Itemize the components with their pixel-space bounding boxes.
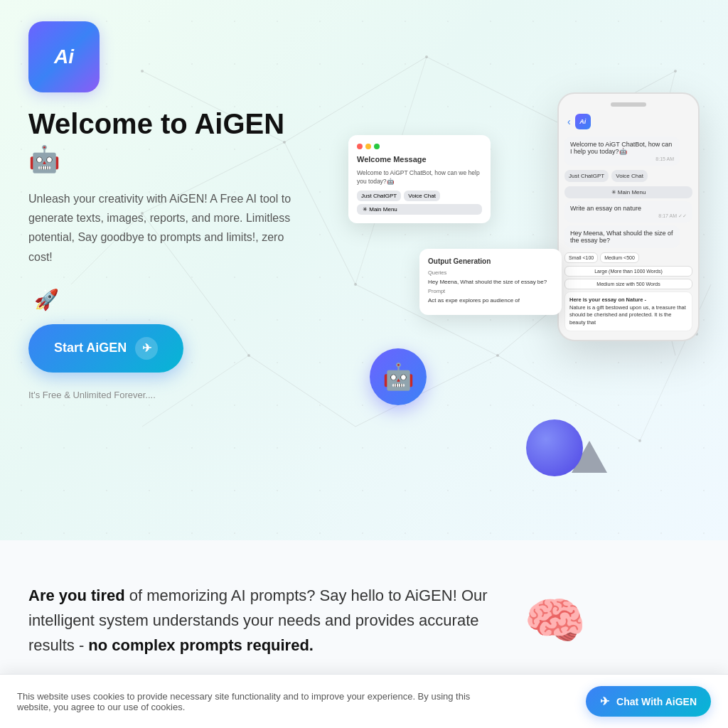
- phone-response: Here is your essay on Nature - Nature is…: [564, 291, 692, 331]
- phone-user-msg1: Write an essay on nature 8:17 AM ✓✓: [564, 201, 692, 223]
- output-card-title: Output Generation: [428, 257, 553, 265]
- start-button[interactable]: Start AiGEN ✈: [28, 324, 183, 373]
- section2-bold2: no complex prompts required.: [88, 636, 314, 654]
- phone-bot-msg1: Welcome to AiGT ChatBot, how can I help …: [564, 136, 680, 166]
- phone-mockup: ‹ Ai Welcome to AiGT ChatBot, how can I …: [557, 92, 700, 341]
- phone-opt-medium[interactable]: Medium <500: [600, 252, 639, 263]
- phone-voice-chat[interactable]: Voice Chat: [611, 170, 648, 182]
- section2-content: Are you tired of memorizing AI prompts? …: [28, 583, 512, 658]
- robot-avatar: 🤖: [370, 348, 427, 405]
- phone-bot-reply1: Hey Meena, What should the size of the e…: [564, 225, 680, 248]
- chat-with-aigen-button[interactable]: ✈ Chat With AiGEN: [586, 686, 711, 701]
- prompt-text: Act as expe explores po audience of: [428, 297, 553, 304]
- output-card: Output Generation Queries Hey Meena, Wha…: [419, 249, 562, 315]
- free-text: It's Free & Unlimited Forever....: [28, 390, 299, 400]
- hero-content: Welcome to AiGEN 🤖 Unleash your creativi…: [28, 107, 700, 476]
- chat-with-label: Chat With AiGEN: [616, 696, 697, 701]
- section2-bold1: Are you tired: [28, 587, 125, 604]
- phone-response-text: Nature is a gift bestowed upon us, a tre…: [569, 304, 686, 326]
- window-dots: [357, 144, 482, 149]
- dot-red: [357, 144, 363, 149]
- prompt-label: Prompt: [428, 288, 553, 294]
- phone-response-title: Here is your essay on Nature -: [569, 296, 646, 303]
- svg-point-24: [674, 70, 677, 73]
- chat-icon: ✈: [600, 695, 609, 701]
- phone-back-btn[interactable]: ‹: [567, 116, 571, 127]
- logo-text: Ai: [54, 46, 74, 68]
- phone-chat-btns: Just ChatGPT Voice Chat: [564, 170, 692, 182]
- phone-header: ‹ Ai: [564, 114, 692, 129]
- cookie-bar: This website uses cookies to provide nec…: [0, 674, 728, 701]
- dot-yellow: [365, 144, 371, 149]
- phone-logo: Ai: [575, 114, 591, 129]
- phone-opt-large[interactable]: Large (More than 1000 Words): [564, 266, 692, 277]
- svg-point-22: [425, 55, 428, 58]
- output-user-msg: Hey Meena, What should the size of essay…: [428, 279, 553, 285]
- phone-main-menu[interactable]: ✳ Main Menu: [564, 186, 692, 198]
- brain-emoji: 🧠: [524, 592, 586, 650]
- phone-opt-medium-500[interactable]: Medium size with 500 Words: [564, 279, 692, 289]
- dot-green: [374, 144, 380, 149]
- hero-left: Welcome to AiGEN 🤖 Unleash your creativi…: [28, 107, 299, 400]
- output-query-label: Queries: [428, 269, 553, 276]
- svg-point-20: [141, 70, 144, 73]
- hero-title: Welcome to AiGEN 🤖: [28, 107, 299, 175]
- send-icon: ✈: [135, 337, 158, 360]
- hero-section: Ai Welcome to AiGEN 🤖 Unleash your creat…: [0, 0, 728, 540]
- voice-chat-btn[interactable]: Voice Chat: [404, 191, 440, 201]
- phone-time2: 8:17 AM ✓✓: [570, 213, 687, 219]
- welcome-card: Welcome Message Welcome to AiGPT ChatBot…: [348, 135, 491, 223]
- cookie-text: This website uses cookies to provide nec…: [17, 691, 500, 701]
- welcome-card-msg: Welcome to AiGPT ChatBot, how can we hel…: [357, 169, 482, 186]
- phone-opt-small[interactable]: Small <100: [564, 252, 598, 263]
- section2-text: Are you tired of memorizing AI prompts? …: [28, 583, 512, 658]
- phone-options: Small <100 Medium <500: [564, 252, 692, 263]
- welcome-card-title: Welcome Message: [357, 155, 482, 164]
- phone-just-chatgpt[interactable]: Just ChatGPT: [564, 170, 609, 182]
- phone-time1: 8:15 AM: [570, 156, 674, 161]
- welcome-card-buttons: Just ChatGPT Voice Chat: [357, 191, 482, 201]
- hero-right: Welcome Message Welcome to AiGPT ChatBot…: [327, 107, 700, 476]
- main-menu-btn[interactable]: ✳ Main Menu: [357, 204, 482, 215]
- robot-emoji: 🤖: [28, 144, 60, 173]
- rocket-emoji: 🚀: [34, 289, 59, 311]
- blue-sphere-decoration: [526, 419, 583, 476]
- logo[interactable]: Ai: [28, 21, 100, 92]
- hero-description: Unleash your creativity with AiGEN! A Fr…: [28, 189, 299, 267]
- just-chatgpt-btn[interactable]: Just ChatGPT: [357, 191, 401, 201]
- phone-notch: [611, 102, 646, 107]
